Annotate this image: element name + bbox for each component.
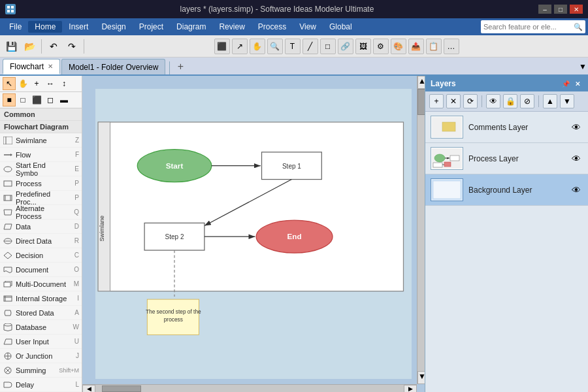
tb-rect[interactable]: □: [320, 39, 336, 54]
layer-up-btn[interactable]: ▲: [543, 94, 557, 108]
tool-process[interactable]: Process P: [0, 176, 82, 191]
data-key: D: [70, 223, 79, 230]
tb-save[interactable]: 💾: [3, 38, 20, 55]
tool-document[interactable]: Document O: [0, 263, 82, 277]
swimlane-key: Z: [70, 137, 79, 144]
tool-stroke[interactable]: □: [16, 93, 29, 106]
menu-diagram[interactable]: Diagram: [170, 21, 212, 33]
tool-predefined[interactable]: Predefined Proc... P: [0, 191, 82, 205]
tb-cursor[interactable]: ↗: [232, 39, 248, 54]
scrollbar-hthumb[interactable]: [102, 385, 141, 392]
layer-delete-btn[interactable]: ✕: [446, 94, 461, 108]
maximize-button[interactable]: □: [554, 5, 567, 14]
tb-text[interactable]: T: [285, 39, 301, 54]
close-button[interactable]: ✕: [570, 5, 583, 14]
menu-review[interactable]: Review: [212, 21, 251, 33]
tb-style[interactable]: 🎨: [391, 39, 406, 54]
tool-multidoc[interactable]: Multi-Document M: [0, 277, 82, 291]
layers-pin-icon[interactable]: 📌: [561, 78, 571, 89]
scrollbar-up[interactable]: ▲: [417, 76, 425, 89]
scrollbar-down[interactable]: ▼: [417, 371, 425, 384]
tab-close-flowchart[interactable]: ✕: [48, 63, 53, 70]
tb-line[interactable]: ╱: [302, 39, 318, 54]
tab-add-button[interactable]: +: [172, 59, 188, 74]
layer-process-eye[interactable]: 👁: [570, 152, 583, 165]
canvas-area[interactable]: Swimlane Start Step 1 Step 2: [82, 76, 425, 392]
tb-open[interactable]: 📂: [21, 38, 38, 55]
search-input[interactable]: [483, 23, 574, 31]
flow-icon: [3, 150, 13, 160]
tab-dropdown[interactable]: ▼: [578, 59, 588, 74]
tool-flow[interactable]: Flow F: [0, 148, 82, 162]
layer-down-btn[interactable]: ▼: [560, 94, 574, 108]
tab-model1[interactable]: Model1 - Folder Overview: [61, 59, 165, 74]
menu-view[interactable]: View: [293, 21, 323, 33]
layer-comments-name: Comments Layer: [468, 123, 570, 132]
tool-directdata[interactable]: Direct Data R: [0, 234, 82, 248]
tool-database[interactable]: Database W: [0, 320, 82, 335]
tool-fill[interactable]: ■: [3, 93, 16, 106]
tool-startend[interactable]: Start End Symbo E: [0, 162, 82, 176]
scrollbar-thumb[interactable]: [417, 89, 425, 115]
layers-list: Comments Layer 👁: [425, 112, 588, 392]
layer-add-btn[interactable]: +: [429, 94, 444, 108]
layer-comments-eye[interactable]: 👁: [570, 121, 583, 134]
tool-vresize[interactable]: ↕: [57, 77, 71, 90]
layer-background-eye[interactable]: 👁: [570, 184, 583, 197]
h-scrollbar[interactable]: ◀ ▶: [82, 384, 417, 392]
layer-ban-btn[interactable]: ⊘: [520, 94, 534, 108]
tb-zoom[interactable]: 🔍: [267, 39, 283, 54]
v-scrollbar[interactable]: ▲ ▼: [417, 76, 425, 384]
tool-swimlane[interactable]: Swimlane Z: [0, 133, 82, 148]
tool-hresize[interactable]: ↔: [44, 77, 57, 90]
tb-undo[interactable]: ↶: [45, 38, 62, 55]
layer-refresh-btn[interactable]: ⟳: [463, 94, 478, 108]
tb-img[interactable]: 🖼: [355, 39, 371, 54]
layer-lock-btn[interactable]: 🔒: [503, 94, 517, 108]
menu-process[interactable]: Process: [252, 21, 293, 33]
diagram-canvas[interactable]: Swimlane Start Step 1 Step 2: [95, 89, 412, 379]
tb-select[interactable]: ⬛: [214, 39, 230, 54]
menu-project[interactable]: Project: [133, 21, 170, 33]
tool-decision[interactable]: Decision C: [0, 248, 82, 263]
scrollbar-left[interactable]: ◀: [82, 385, 95, 393]
decision-key: C: [70, 252, 79, 259]
svg-rect-2: [7, 10, 10, 12]
layer-process[interactable]: Process Layer 👁: [425, 143, 588, 174]
layer-comments[interactable]: Comments Layer 👁: [425, 112, 588, 143]
tb-more[interactable]: …: [444, 39, 459, 54]
tb-export[interactable]: 📤: [408, 39, 424, 54]
scrollbar-right[interactable]: ▶: [404, 385, 417, 393]
tool-rect3[interactable]: ▬: [57, 93, 71, 106]
tool-select[interactable]: ↖: [3, 77, 16, 90]
menu-insert[interactable]: Insert: [62, 21, 95, 33]
tool-hand[interactable]: ✋: [16, 77, 29, 90]
tool-alternate[interactable]: Alternate Process Q: [0, 205, 82, 220]
tool-summing[interactable]: Summing Shift+M: [0, 363, 82, 378]
layer-visible-btn[interactable]: 👁: [486, 94, 500, 108]
tool-add[interactable]: +: [30, 77, 43, 90]
tb-redo[interactable]: ↷: [63, 38, 80, 55]
layers-close-icon[interactable]: ✕: [572, 78, 583, 89]
window-controls[interactable]: – □ ✕: [538, 5, 583, 14]
tool-rect1[interactable]: ⬛: [30, 93, 43, 106]
tb-hand[interactable]: ✋: [250, 39, 265, 54]
minimize-button[interactable]: –: [538, 5, 551, 14]
tool-userinput[interactable]: User Input U: [0, 335, 82, 349]
tb-layers[interactable]: 📋: [426, 39, 442, 54]
tool-rect2[interactable]: ◻: [44, 93, 57, 106]
menu-global[interactable]: Global: [323, 21, 359, 33]
tool-internal[interactable]: Internal Storage I: [0, 291, 82, 306]
tool-stored[interactable]: Stored Data A: [0, 306, 82, 320]
menu-design[interactable]: Design: [95, 21, 132, 33]
tab-flowchart[interactable]: Flowchart ✕: [3, 59, 60, 74]
tool-orjunction[interactable]: Or Junction J: [0, 349, 82, 363]
tb-sep1: [41, 39, 42, 54]
tb-settings[interactable]: ⚙: [373, 39, 389, 54]
tb-link[interactable]: 🔗: [338, 39, 353, 54]
tool-data[interactable]: Data D: [0, 220, 82, 234]
menu-file[interactable]: File: [3, 21, 28, 33]
menu-home[interactable]: Home: [28, 21, 62, 33]
tool-delay[interactable]: Delay L: [0, 378, 82, 392]
layer-background[interactable]: Background Layer 👁: [425, 174, 588, 206]
